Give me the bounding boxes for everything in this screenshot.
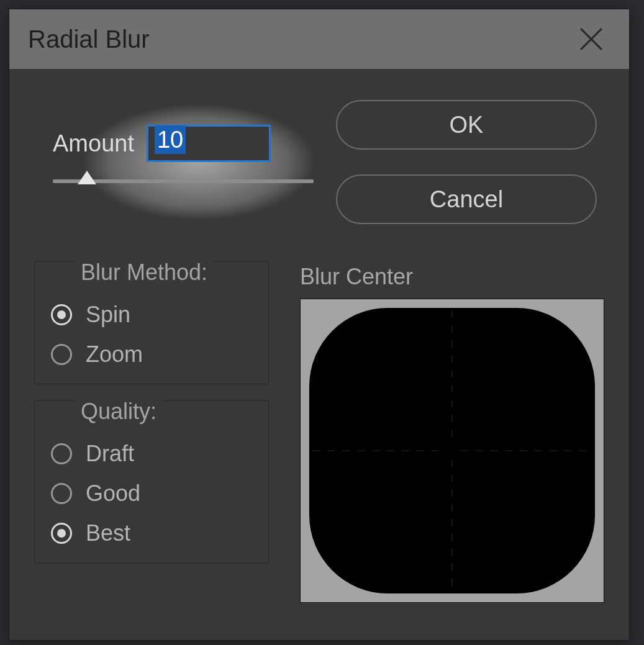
amount-input[interactable]: 10 — [147, 125, 271, 162]
close-icon[interactable] — [578, 26, 604, 52]
quality-best[interactable]: Best — [51, 520, 252, 546]
blur-method-spin[interactable]: Spin — [51, 302, 252, 328]
blur-method-group: Blur Method: Spin Zoom — [34, 261, 269, 384]
quality-draft[interactable]: Draft — [51, 441, 252, 467]
quality-good[interactable]: Good — [51, 480, 252, 507]
amount-label: Amount — [53, 130, 134, 157]
dialog-titlebar[interactable]: Radial Blur — [9, 9, 629, 69]
radial-blur-dialog: Radial Blur Amount 10 OK Cancel — [9, 9, 630, 641]
quality-group: Quality: Draft Good Best — [34, 400, 269, 563]
radio-icon — [51, 483, 72, 504]
dialog-title: Radial Blur — [28, 25, 150, 53]
amount-slider[interactable] — [53, 179, 314, 183]
slider-thumb-icon[interactable] — [78, 171, 96, 184]
radio-icon — [51, 443, 72, 464]
cancel-button[interactable]: Cancel — [336, 174, 597, 224]
blur-center-preview[interactable] — [300, 299, 604, 603]
ok-button[interactable]: OK — [336, 100, 597, 150]
highlight-glow — [28, 81, 370, 243]
radio-icon — [51, 304, 72, 325]
radio-icon — [51, 523, 72, 544]
quality-legend: Quality: — [76, 399, 161, 425]
blur-center-label: Blur Center — [300, 264, 604, 290]
blur-method-zoom[interactable]: Zoom — [51, 341, 252, 368]
radio-icon — [51, 344, 72, 365]
blur-method-legend: Blur Method: — [76, 259, 212, 286]
